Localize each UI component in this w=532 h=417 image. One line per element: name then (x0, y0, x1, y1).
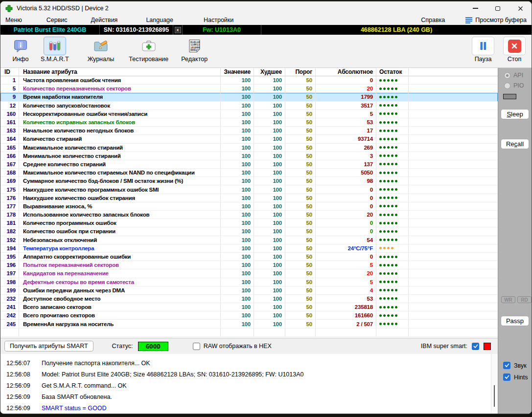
menu-help[interactable]: Справка (421, 17, 445, 23)
info-tab-button[interactable]: Инфо (6, 37, 35, 63)
table-row[interactable]: 5Количество переназначенных секторов1001… (0, 85, 498, 93)
table-row[interactable]: 199Ошибки передачи данных через DMA10010… (0, 286, 498, 295)
table-row[interactable]: 164Количество стираний1001005093714 (0, 135, 498, 143)
device-firmware: Fw: U1013A0 (183, 25, 261, 35)
hints-checkbox-group[interactable]: Hints (503, 373, 528, 381)
table-row[interactable]: 160Нескорректированные ошибки чтения/зап… (0, 110, 498, 118)
table-row[interactable]: 176Наихудшее количество ошибок стирания1… (0, 194, 498, 202)
header-raw[interactable]: Абсолютное (316, 68, 376, 76)
table-row[interactable]: 163Начальное количество негодных блоков1… (0, 127, 498, 135)
raw-hex-checkbox[interactable] (193, 343, 200, 350)
cell-empty (376, 329, 409, 337)
table-row[interactable]: 242Всего прочитано секторов1001005016166… (0, 311, 498, 320)
logs-tab-button[interactable]: Журналы (85, 37, 117, 63)
health-dot-icon (395, 130, 397, 132)
cell-raw: 161660 (316, 311, 376, 320)
sleep-button[interactable]: Sleep (501, 109, 529, 119)
cell-health-dots (376, 269, 409, 278)
health-dot-icon (391, 180, 393, 182)
health-dot-icon (395, 306, 397, 308)
menu-actions[interactable]: Действия (91, 17, 118, 23)
health-dot-icon (387, 222, 390, 224)
header-name[interactable]: Название атрибута (19, 68, 221, 76)
cell-attr-name: Количество программных ошибок (19, 219, 221, 227)
sound-label: Звук (514, 362, 527, 369)
table-row[interactable]: 177Выравнивание износа, %100100500 (0, 202, 498, 211)
health-dot-icon (391, 314, 393, 317)
table-row[interactable]: 167Среднее количество стираний1001005013… (0, 160, 498, 169)
health-dot-icon (395, 281, 397, 283)
table-row[interactable]: 181Количество программных ошибок10010050… (0, 219, 498, 227)
cell-empty (409, 152, 498, 160)
maximize-button[interactable] (486, 1, 509, 15)
table-row[interactable]: 196Попыток переназначений секторов100100… (0, 261, 498, 269)
testing-tab-button[interactable]: Тестирование (126, 37, 171, 63)
cell-worst: 100 (254, 244, 285, 253)
pio-radio-group[interactable]: PIO (504, 82, 524, 89)
cell-raw: 269 (316, 144, 376, 152)
table-row[interactable]: 175Наихудшее количество программных ошиб… (0, 185, 498, 194)
cell-health-dots (376, 320, 409, 328)
pause-button[interactable]: Пауза (469, 37, 497, 63)
recall-button[interactable]: Recall (501, 139, 529, 149)
get-smart-attributes-button[interactable]: Получить атрибуты SMART (4, 341, 93, 351)
header-id[interactable]: ID (0, 68, 19, 76)
wr-button[interactable]: WR (501, 296, 515, 303)
table-row[interactable]: 178Использованное количество запасных бл… (0, 211, 498, 219)
sound-checkbox[interactable] (503, 362, 510, 369)
table-row[interactable]: 182Количество ошибок при стирании1001005… (0, 227, 498, 236)
api-radio[interactable] (504, 72, 510, 79)
api-radio-group[interactable]: API (504, 72, 523, 79)
table-row[interactable]: 245ВременнАя нагрузка на носитель1001005… (0, 320, 498, 328)
header-value[interactable]: Значение (221, 68, 254, 76)
health-dot-icon (379, 214, 382, 216)
health-dot-icon (379, 130, 382, 132)
header-health[interactable]: Остаток (376, 68, 409, 76)
cell-value: 100 (221, 135, 254, 143)
stop-button[interactable]: Стоп (500, 37, 529, 63)
table-row[interactable]: 197Кандидатов на переназначение100100502… (0, 269, 498, 278)
log-scrollbar[interactable] (491, 354, 498, 414)
table-row[interactable]: 232Доступное свободное место1001005053 (0, 295, 498, 303)
rd-button[interactable]: RD (517, 296, 532, 303)
health-dot-icon (379, 323, 382, 325)
cell-health-dots (376, 185, 409, 194)
table-row[interactable]: 1Частота проявления ошибок чтения1001005… (0, 76, 498, 85)
cell-value: 100 (221, 185, 254, 194)
table-row[interactable]: 194Температура контроллера1001005024°C/7… (0, 244, 498, 253)
table-row[interactable]: 169Суммарное количество бэд-блоков / SMI… (0, 177, 498, 185)
smart-tab-button[interactable]: S.M.A.R.T (38, 37, 72, 63)
sound-checkbox-group[interactable]: Звук (503, 362, 527, 369)
minimize-button[interactable] (464, 1, 486, 15)
ibm-super-smart-checkbox[interactable] (472, 343, 479, 350)
passport-button[interactable]: Passp (501, 316, 529, 326)
table-row[interactable]: 9Время наработки накопителя100100501799 (0, 93, 498, 101)
menu-language[interactable]: Language (146, 17, 173, 23)
menu-service[interactable]: Сервис (46, 17, 68, 23)
cell-worst: 100 (254, 160, 285, 169)
table-row[interactable]: 12Количество запусков/остановок100100503… (0, 102, 498, 110)
table-row[interactable]: 168Максимальное количество стираемых NAN… (0, 169, 498, 177)
menu-settings[interactable]: Настройки (204, 17, 233, 23)
table-row[interactable]: 198Дефектные секторы во время самотеста1… (0, 278, 498, 286)
table-row[interactable]: 241Всего записано секторов10010050235818 (0, 303, 498, 311)
hints-checkbox[interactable] (503, 373, 510, 381)
cell-raw: 1799 (316, 93, 376, 101)
cell-raw: 98 (316, 177, 376, 185)
table-row[interactable]: 165Максимальное количество стираний10010… (0, 144, 498, 152)
header-threshold[interactable]: Порог (285, 68, 316, 76)
table-row[interactable]: 192Небезопасных отключений1001005054 (0, 236, 498, 244)
menu-main[interactable]: Меню (5, 17, 22, 23)
table-row[interactable]: 166Минимальное количество стираний100100… (0, 152, 498, 160)
close-button[interactable] (509, 1, 532, 15)
editor-tab-button[interactable]: 010110 110011 101000 0001 Редактор (178, 37, 210, 63)
header-worst[interactable]: Худшее (254, 68, 285, 76)
pio-radio[interactable] (504, 83, 510, 89)
raw-hex-checkbox-group[interactable]: RAW отображать в HEX (193, 343, 272, 350)
device-close-button[interactable]: x (175, 27, 181, 33)
table-row[interactable]: 195Аппаратно скорректированные ошибки100… (0, 253, 498, 261)
log-scrollbar-thumb[interactable] (494, 385, 495, 407)
health-dot-icon (391, 289, 393, 291)
table-row[interactable]: 161Количество исправных запасных блоков1… (0, 118, 498, 127)
buffer-view-button[interactable]: Просмотр буфера (465, 17, 527, 23)
